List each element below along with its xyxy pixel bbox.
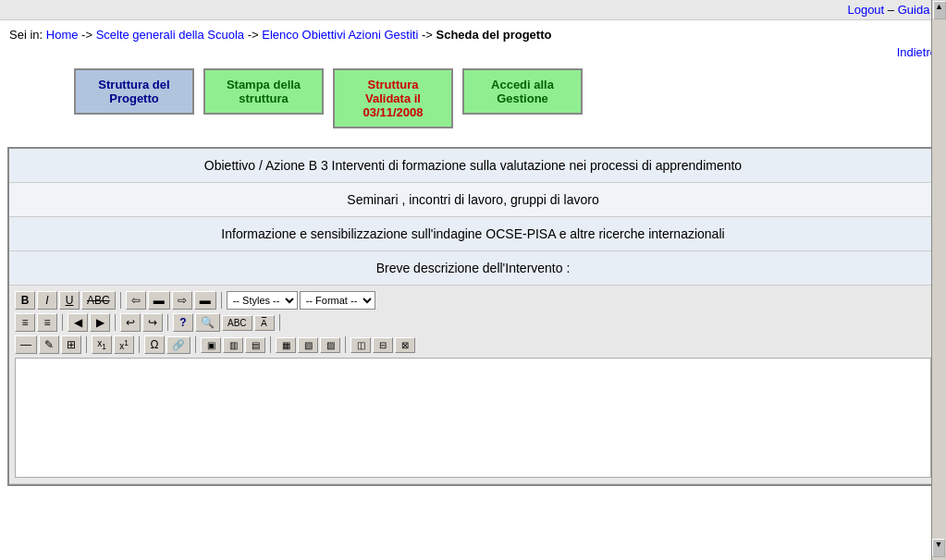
align-justify-button[interactable]: ▬ [194, 291, 216, 310]
styles-select[interactable]: -- Styles -- [227, 291, 298, 310]
flash-button[interactable]: ▤ [245, 337, 265, 353]
help-button[interactable]: ? [173, 313, 193, 332]
eraser-button[interactable]: ✎ [39, 335, 59, 354]
bold-button[interactable]: B [15, 291, 35, 310]
toolbar-row-1: B I U ABC ⇦ ▬ ⇨ ▬ -- Styles -- -- Format… [15, 291, 931, 310]
top-separator: – [888, 3, 898, 17]
more2-button[interactable]: ▧ [298, 337, 318, 353]
sep-9 [195, 336, 196, 353]
guida-link[interactable]: Guida [898, 3, 930, 17]
info-row-3: Informazione e sensibilizzazione sull'in… [9, 217, 937, 251]
copyformat-button[interactable]: A̅ [254, 315, 275, 331]
subscript-button[interactable]: x1 [92, 335, 112, 354]
format-select[interactable]: -- Format -- Normal Heading 1 Heading 2 … [300, 291, 375, 310]
sei-in-label: Sei in: [9, 28, 43, 42]
special-char-button[interactable]: Ω [144, 335, 165, 354]
align-center-button[interactable]: ▬ [148, 291, 170, 310]
editor-container: B I U ABC ⇦ ▬ ⇨ ▬ -- Styles -- -- Format… [9, 286, 937, 484]
sep-1 [120, 292, 121, 309]
scroll-down-button[interactable]: ▼ [932, 539, 945, 557]
outdent-button[interactable]: ◀ [68, 313, 88, 332]
find-button[interactable]: 🔍 [195, 313, 220, 332]
superscript-button[interactable]: x1 [114, 335, 134, 354]
toolbar-row-3: — ✎ ⊞ x1 x1 Ω 🔗 ▣ ▥ ▤ ▦ ▧ ▨ ◫ ⊟ ⊠ [15, 335, 931, 354]
sep-8 [139, 336, 140, 353]
more4-button[interactable]: ◫ [350, 337, 371, 353]
right-scrollbar[interactable]: ▲ ▼ [931, 0, 946, 560]
img-button[interactable]: ▣ [201, 337, 221, 353]
editor-area[interactable] [15, 358, 931, 478]
more6-button[interactable]: ⊠ [395, 337, 415, 353]
undo-button[interactable]: ↩ [120, 313, 141, 332]
elenco-link[interactable]: Elenco Obiettivi Azioni Gestiti [262, 28, 418, 42]
more3-button[interactable]: ▨ [320, 337, 340, 353]
scroll-up-button[interactable]: ▲ [933, 1, 946, 19]
sep-3 [62, 314, 63, 331]
ul-button[interactable]: ≡ [15, 313, 35, 332]
info-row-2: Seminari , incontri di lavoro, gruppi di… [9, 183, 937, 217]
sep-6 [279, 314, 280, 331]
descrizione-label: Breve descrizione dell'Intervento : [9, 251, 937, 286]
home-link[interactable]: Home [46, 28, 79, 42]
align-left-button[interactable]: ⇦ [126, 291, 146, 310]
scelte-link[interactable]: Scelte generali della Scuola [96, 28, 244, 42]
underline-button[interactable]: U [59, 291, 80, 310]
sep-7 [86, 336, 87, 353]
indent-button[interactable]: ▶ [90, 313, 110, 332]
more1-button[interactable]: ▦ [276, 337, 296, 353]
toolbar-row-2: ≡ ≡ ◀ ▶ ↩ ↪ ? 🔍 ABC A̅ [15, 313, 931, 332]
current-page: Scheda del progetto [436, 28, 551, 42]
sep-10 [270, 336, 271, 353]
dash-button[interactable]: — [15, 335, 37, 354]
struttura-progetto-button[interactable]: Struttura del Progetto [74, 68, 194, 115]
redo-button[interactable]: ↪ [142, 313, 163, 332]
gestione-button[interactable]: Accedi alla Gestione [462, 68, 583, 115]
ol-button[interactable]: ≡ [37, 313, 57, 332]
italic-button[interactable]: I [37, 291, 57, 310]
stampa-button[interactable]: Stampa della struttura [203, 68, 324, 115]
sep-5 [167, 314, 168, 331]
top-bar: Logout – Guida [0, 0, 946, 20]
sep-11 [345, 336, 346, 353]
media-button[interactable]: ▥ [223, 337, 243, 353]
strikethrough-button[interactable]: ABC [81, 291, 116, 310]
sep-4 [115, 314, 116, 331]
sep-2 [221, 292, 222, 309]
indietro-container: Indietro [0, 45, 946, 59]
main-content: Obiettivo / Azione B 3 Interventi di for… [7, 147, 939, 486]
logout-link[interactable]: Logout [847, 3, 884, 17]
align-right-button[interactable]: ⇨ [172, 291, 192, 310]
info-row-1: Obiettivo / Azione B 3 Interventi di for… [9, 149, 937, 183]
buttons-row: Struttura del Progetto Stampa della stru… [0, 59, 946, 138]
validata-button[interactable]: Struttura Validata il 03/11/2008 [333, 68, 453, 128]
table-button[interactable]: ⊞ [61, 335, 81, 354]
spellcheck-button[interactable]: ABC [222, 315, 252, 331]
link-button[interactable]: 🔗 [166, 336, 190, 354]
more5-button[interactable]: ⊟ [373, 337, 393, 353]
